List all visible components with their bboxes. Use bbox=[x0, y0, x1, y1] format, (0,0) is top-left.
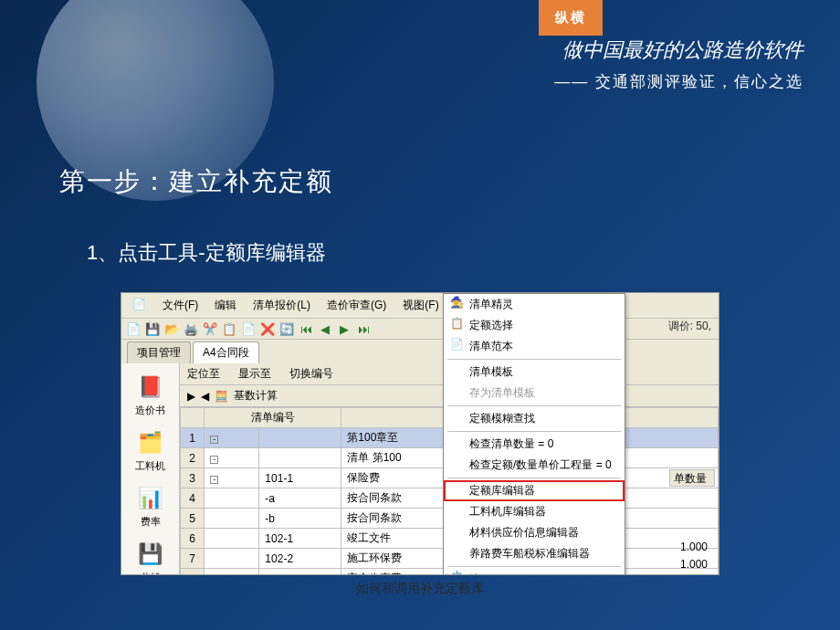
sidebar-item-rate[interactable]: 📊 费率 bbox=[129, 480, 173, 532]
qty-cell bbox=[669, 504, 711, 521]
paste-icon[interactable]: 📄 bbox=[240, 320, 257, 337]
menu-file[interactable]: 文件(F) bbox=[155, 295, 205, 316]
sidebar-item-label: 费率 bbox=[129, 515, 173, 529]
file-icon[interactable]: 📄 bbox=[125, 295, 153, 316]
menu-audit[interactable]: 造价审查(G) bbox=[320, 295, 394, 316]
menu-options[interactable]: ⚙️选项 bbox=[444, 569, 625, 575]
sidebar-item-material[interactable]: 🗂️ 工料机 bbox=[129, 425, 173, 477]
menubar: 📄 文件(F) 编辑 清单报价(L) 造价审查(G) 视图(F) 工具(T) 窗… bbox=[121, 293, 719, 319]
menu-separator bbox=[447, 478, 621, 478]
menu-select-quota[interactable]: 📋定额选择 bbox=[444, 315, 625, 336]
sidebar-item-pricing[interactable]: 📕 造价书 bbox=[129, 369, 173, 421]
qty-cell: 1.000 bbox=[669, 573, 711, 575]
menu-separator bbox=[447, 405, 621, 406]
print-icon[interactable]: 🖨️ bbox=[183, 320, 199, 337]
nav-first-icon[interactable]: ⏮ bbox=[298, 320, 314, 337]
tab-project[interactable]: 项目管理 bbox=[127, 341, 191, 363]
calc-icon[interactable]: 🧮 bbox=[215, 390, 228, 403]
menu-check-qty[interactable]: 检查清单数量 = 0 bbox=[444, 434, 625, 455]
col-rownum bbox=[181, 408, 205, 428]
tabs: 项目管理 A4合同段 bbox=[121, 340, 719, 363]
top-banner: 纵横 做中国最好的公路造价软件 交通部测评验证，信心之选 bbox=[429, 37, 840, 92]
tools-dropdown: 🧙清单精灵 📋定额选择 📄清单范本 清单模板 存为清单模板 定额模糊查找 检查清… bbox=[443, 293, 625, 575]
menu-separator bbox=[447, 566, 621, 567]
wizard-icon: 🧙 bbox=[449, 296, 464, 310]
menu-separator bbox=[447, 431, 621, 432]
allocate-icon: 💾 bbox=[136, 540, 165, 569]
open-icon[interactable]: 📂 bbox=[163, 320, 180, 337]
app-window: 📄 文件(F) 编辑 清单报价(L) 造价审查(G) 视图(F) 工具(T) 窗… bbox=[121, 292, 719, 575]
collapse-icon[interactable]: ◀ bbox=[201, 390, 209, 403]
toolbar: 📄 💾 📂 🖨️ ✂️ 📋 📄 ❌ 🔄 ⏮ ◀ ▶ ⏭ bbox=[121, 319, 719, 340]
menu-edit[interactable]: 编辑 bbox=[207, 295, 244, 316]
nav-last-icon[interactable]: ⏭ bbox=[355, 320, 372, 337]
copy-icon[interactable]: 📋 bbox=[221, 320, 237, 337]
menu-save-template: 存为清单模板 bbox=[444, 383, 625, 404]
menu-quota-editor[interactable]: 定额库编辑器 bbox=[444, 480, 625, 501]
menu-separator bbox=[447, 359, 621, 360]
sidebar: 📕 造价书 🗂️ 工料机 📊 费率 💾 分摊 bbox=[121, 363, 180, 575]
pricing-icon: 📕 bbox=[136, 373, 165, 402]
switchcode-button[interactable]: 切换编号 bbox=[289, 366, 333, 382]
menu-fuzzy-search[interactable]: 定额模糊查找 bbox=[444, 408, 625, 429]
material-icon: 🗂️ bbox=[136, 428, 165, 457]
nav-next-icon[interactable]: ▶ bbox=[336, 320, 352, 337]
col-code: 清单编号 bbox=[205, 408, 341, 428]
qty-cell: 1.000 bbox=[669, 539, 711, 556]
cut-icon[interactable]: ✂️ bbox=[202, 320, 218, 337]
refresh-icon[interactable]: 🔄 bbox=[278, 320, 295, 337]
menu-supply-editor[interactable]: 材料供应价信息编辑器 bbox=[444, 522, 625, 543]
qty-cell bbox=[669, 521, 711, 539]
footer-caption: 如何和调用补充定额库 bbox=[0, 581, 840, 597]
basecalc-button[interactable]: 基数计算 bbox=[234, 388, 278, 404]
qty-column: 单数量 1.0001.0001.0001.0001.0001.000 bbox=[669, 469, 715, 504]
menu-machine-editor[interactable]: 工料机库编辑器 bbox=[444, 501, 625, 522]
price-label: 调价: 50, bbox=[668, 319, 711, 334]
menu-check-unit[interactable]: 检查定额/数量单价工程量 = 0 bbox=[444, 455, 625, 476]
sidebar-item-allocate[interactable]: 💾 分摊 bbox=[129, 536, 173, 575]
sidebar-item-label: 分摊 bbox=[129, 571, 173, 575]
sample-icon: 📄 bbox=[449, 338, 464, 352]
save-icon[interactable]: 💾 bbox=[144, 320, 161, 337]
page-subtitle: 1、点击工具-定额库编辑器 bbox=[87, 239, 326, 267]
sidebar-item-label: 造价书 bbox=[129, 404, 173, 417]
qty-cell bbox=[669, 487, 711, 504]
menu-sample[interactable]: 📄清单范本 bbox=[444, 336, 625, 357]
menu-view[interactable]: 视图(F) bbox=[395, 295, 446, 316]
menu-road-editor[interactable]: 养路费车船税标准编辑器 bbox=[444, 543, 625, 564]
showto-button[interactable]: 显示至 bbox=[238, 366, 271, 382]
list-icon: 📋 bbox=[449, 317, 464, 331]
tab-contract[interactable]: A4合同段 bbox=[193, 341, 259, 363]
brand-tag: 纵横 bbox=[539, 0, 603, 36]
sidebar-item-label: 工料机 bbox=[129, 459, 173, 473]
col-qty: 单数量 bbox=[669, 469, 715, 487]
qty-cell: 1.000 bbox=[669, 556, 711, 573]
rate-icon: 📊 bbox=[136, 484, 165, 513]
goto-button[interactable]: 定位至 bbox=[187, 366, 220, 382]
delete-icon[interactable]: ❌ bbox=[259, 320, 276, 337]
expand-icon[interactable]: ▶ bbox=[187, 390, 195, 403]
page-title: 第一步：建立补充定额 bbox=[59, 164, 333, 199]
menu-report[interactable]: 清单报价(L) bbox=[246, 295, 318, 316]
menu-wizard[interactable]: 🧙清单精灵 bbox=[444, 294, 625, 315]
new-icon[interactable]: 📄 bbox=[125, 320, 142, 337]
slogan-main: 做中国最好的公路造价软件 bbox=[429, 37, 803, 64]
slogan-tagline: 交通部测评验证，信心之选 bbox=[429, 71, 803, 92]
nav-prev-icon[interactable]: ◀ bbox=[317, 320, 333, 337]
menu-template[interactable]: 清单模板 bbox=[444, 362, 625, 383]
